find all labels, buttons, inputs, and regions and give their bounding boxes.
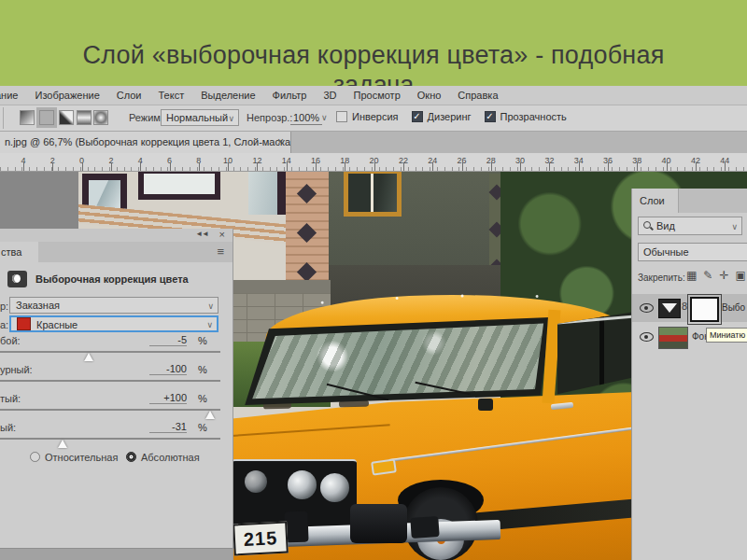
menu-item-3D[interactable]: 3D xyxy=(315,86,345,105)
layer-name[interactable]: Выбо xyxy=(722,302,745,313)
menu-item-Выделение[interactable]: Выделение xyxy=(192,86,263,105)
lock-pixels-icon[interactable]: ✎ xyxy=(703,269,712,282)
options-checkboxes: Инверсия✓Дизеринг✓Прозрачность xyxy=(336,111,567,122)
collapse-panel-icon[interactable]: ◄◄ xyxy=(195,230,208,238)
menu-item-Фильтр[interactable]: Фильтр xyxy=(264,86,316,105)
diamond-ornament xyxy=(297,184,317,203)
chevron-down-icon: ∨ xyxy=(731,218,738,235)
diamond-gradient-button[interactable] xyxy=(93,110,108,125)
slider-value[interactable]: +100 xyxy=(149,392,187,404)
layers-tab-strip: Слои xyxy=(632,189,747,213)
menu-item-Изображение[interactable]: Изображение xyxy=(26,86,107,105)
opacity-chevron-icon[interactable]: ∨ xyxy=(321,113,328,122)
ruler-tick xyxy=(696,162,697,171)
mode-select[interactable]: Нормальный ∨ xyxy=(161,109,239,126)
menu-item-ание[interactable]: ание xyxy=(0,86,26,105)
slider-thumb[interactable] xyxy=(84,353,93,361)
radio-absolute[interactable] xyxy=(126,452,136,462)
radio-relative-label[interactable]: Относительная xyxy=(45,452,118,463)
checkbox-label: Дизеринг xyxy=(428,111,472,122)
slider-label: тый: xyxy=(0,393,21,404)
slider-value[interactable]: -5 xyxy=(149,334,187,346)
menu-item-Справка[interactable]: Справка xyxy=(449,86,506,105)
chevron-down-icon: ∨ xyxy=(206,318,213,331)
checkbox-icon[interactable]: ✓ xyxy=(485,111,496,122)
slider-thumb[interactable] xyxy=(205,411,215,419)
slider-track[interactable] xyxy=(0,409,220,411)
properties-tab-strip: ства ≡ xyxy=(0,242,233,262)
ruler-tick xyxy=(82,162,83,171)
slider-track[interactable] xyxy=(0,380,220,382)
document-tab[interactable]: n.jpg @ 66,7% (Выборочная коррекция цвет… xyxy=(0,132,291,153)
ruler-tick xyxy=(228,162,229,171)
checkbox-Дизеринг[interactable]: ✓Дизеринг xyxy=(412,111,472,122)
slider-value[interactable]: -31 xyxy=(149,421,187,433)
tab-layers[interactable]: Слои xyxy=(632,189,679,213)
lock-position-icon[interactable]: ✛ xyxy=(719,269,728,282)
layers-panel: Слои Вид ∨ Обычные Закрепить: ▦ ✎ ✛ ▣ 8 … xyxy=(631,189,747,560)
checkbox-Прозрачность[interactable]: ✓Прозрачность xyxy=(485,111,567,122)
tab-properties[interactable]: ства xyxy=(0,242,38,262)
checkbox-label: Инверсия xyxy=(352,111,399,122)
layer-filter-value: Вид xyxy=(656,220,675,231)
radio-relative[interactable] xyxy=(30,452,40,462)
menu-item-Окно[interactable]: Окно xyxy=(409,86,450,105)
background-layer-thumbnail[interactable] xyxy=(658,327,688,349)
menu-bar: аниеИзображениеСлоиТекстВыделениеФильтр3… xyxy=(0,86,747,105)
layer-row-adjustment[interactable]: 8 Выбо xyxy=(632,294,747,322)
slider-thumb[interactable] xyxy=(58,440,67,448)
ruler-tick xyxy=(432,162,433,171)
adjustment-layer-thumbnail[interactable] xyxy=(658,299,681,318)
menu-item-Просмотр[interactable]: Просмотр xyxy=(345,86,409,105)
ruler-tick xyxy=(491,162,492,171)
properties-panel: ◄◄ × ства ≡ Выборочная коррекция цвета р… xyxy=(0,229,233,560)
checkbox-icon[interactable]: ✓ xyxy=(412,111,423,122)
slider-value[interactable]: -100 xyxy=(149,363,187,375)
radio-absolute-label[interactable]: Абсолютная xyxy=(141,452,200,463)
ruler-tick xyxy=(374,162,375,171)
ruler-tick xyxy=(170,162,171,171)
slide-title-line1: Слой «выборочная коррекция цвета» - подо… xyxy=(0,41,747,70)
lock-transparency-icon[interactable]: ▦ xyxy=(686,269,697,282)
mode-label: Режим: xyxy=(129,112,163,123)
layer-mask-thumbnail[interactable] xyxy=(690,297,719,322)
ruler-tick xyxy=(257,162,258,171)
tab-close-icon[interactable]: × xyxy=(277,132,284,153)
layer-row-background[interactable]: Фон Миниатю xyxy=(632,323,747,351)
visibility-eye-icon[interactable] xyxy=(640,303,654,313)
menu-item-Текст[interactable]: Текст xyxy=(150,86,193,105)
preset-select[interactable]: Заказная ∨ xyxy=(9,297,218,314)
bumper-guard xyxy=(350,504,407,543)
menu-item-Слои[interactable]: Слои xyxy=(108,86,150,105)
layer-filter-select[interactable]: Вид ∨ xyxy=(638,217,742,235)
preset-value: Заказная xyxy=(16,300,60,311)
linear-gradient-button[interactable] xyxy=(20,110,35,125)
slider-unit: % xyxy=(198,364,207,375)
opacity-value[interactable]: 100% xyxy=(290,112,322,125)
reflected-gradient-button[interactable] xyxy=(77,110,92,125)
checkbox-icon[interactable] xyxy=(336,111,347,122)
ruler-tick xyxy=(579,162,580,171)
ruler-tick xyxy=(462,162,463,171)
visibility-eye-icon[interactable] xyxy=(640,332,654,342)
slider-label: урный: xyxy=(0,364,33,375)
colors-select[interactable]: Красные ∨ xyxy=(9,315,218,332)
close-panel-icon[interactable]: × xyxy=(219,229,225,240)
ruler-tick xyxy=(345,162,345,171)
slider-track[interactable] xyxy=(0,351,220,353)
radial-gradient-button[interactable] xyxy=(39,110,54,125)
slider-track[interactable] xyxy=(0,438,220,440)
checkbox-Инверсия[interactable]: Инверсия xyxy=(336,111,399,122)
colors-label: а: xyxy=(0,319,8,330)
blend-mode-select[interactable]: Обычные xyxy=(638,243,747,261)
ruler-tick xyxy=(520,162,521,171)
panel-menu-icon[interactable]: ≡ xyxy=(217,245,224,259)
ruler-tick xyxy=(725,162,726,171)
angle-gradient-button[interactable] xyxy=(59,110,74,125)
slider-label: ый: xyxy=(0,422,16,433)
ruler-tick xyxy=(199,162,200,171)
lock-artboard-icon[interactable]: ▣ xyxy=(735,269,745,282)
ruler-tick xyxy=(140,162,141,171)
car-headlight xyxy=(320,473,349,502)
diamond-ornament xyxy=(297,223,317,243)
